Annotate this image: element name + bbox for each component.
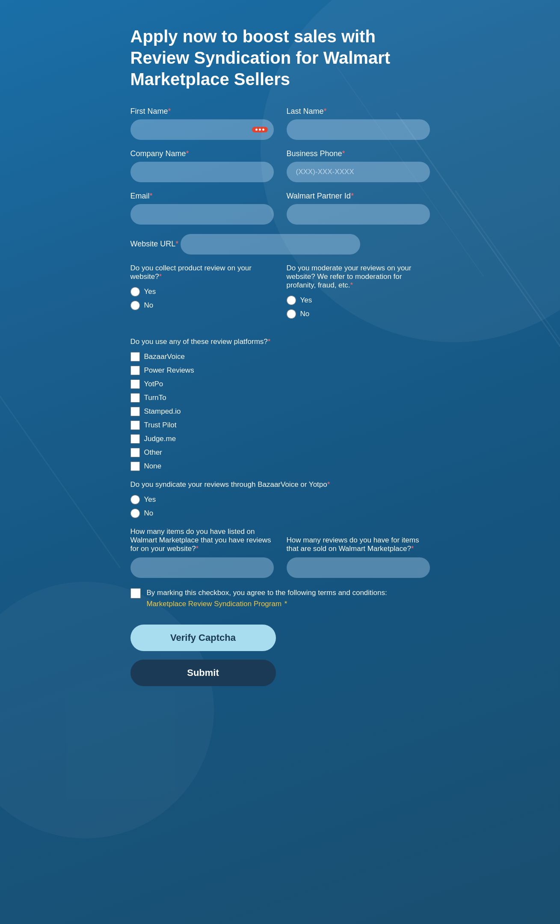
platform-other-option[interactable]: Other [130,448,430,457]
terms-section: By marking this checkbox, you agree to t… [130,587,430,609]
items-listed-input[interactable] [130,557,274,578]
collect-reviews-no-label: No [144,301,154,310]
company-name-input[interactable] [130,162,274,182]
collect-reviews-no-option[interactable]: No [130,301,274,310]
platform-bazaarvoice-label: BazaarVoice [144,352,185,361]
collect-reviews-yes-option[interactable]: Yes [130,287,274,296]
syndicate-no-label: No [144,509,154,518]
walmart-partner-id-label: Walmart Partner Id* [287,192,430,201]
moderate-reviews-no-label: No [300,310,310,318]
platform-stampedio-checkbox[interactable] [130,407,140,416]
terms-text: By marking this checkbox, you agree to t… [147,587,387,609]
platform-judgeme-label: Judge.me [144,435,176,443]
syndicate-no-option[interactable]: No [130,509,430,518]
moderate-reviews-radio-group: Yes No [287,296,430,319]
platform-bazaarvoice-option[interactable]: BazaarVoice [130,352,430,361]
collect-reviews-yes-label: Yes [144,287,156,296]
reviews-count-question: How many reviews do you have for items t… [287,536,430,553]
syndicate-question: Do you syndicate your reviews through Ba… [130,480,430,489]
last-name-label: Last Name* [287,107,430,116]
platform-none-checkbox[interactable] [130,462,140,471]
platform-turnto-option[interactable]: TurnTo [130,393,430,403]
platform-turnto-checkbox[interactable] [130,393,140,403]
moderate-reviews-question: Do you moderate your reviews on your web… [287,264,430,290]
collect-reviews-yes-radio[interactable] [130,287,140,296]
moderate-reviews-no-option[interactable]: No [287,309,430,319]
autofill-badge [252,127,268,133]
website-url-input[interactable] [181,234,360,255]
last-name-input[interactable] [287,119,430,140]
syndicate-yes-label: Yes [144,495,156,504]
platform-none-option[interactable]: None [130,462,430,471]
email-label: Email* [130,192,274,201]
platform-powerreviews-option[interactable]: Power Reviews [130,366,430,375]
terms-checkbox[interactable] [130,588,141,598]
platform-trustpilot-checkbox[interactable] [130,421,140,430]
syndicate-yes-option[interactable]: Yes [130,495,430,504]
reviews-count-input[interactable] [287,557,430,578]
company-name-label: Company Name* [130,149,274,158]
platform-turnto-label: TurnTo [144,394,166,402]
moderate-reviews-no-radio[interactable] [287,309,296,319]
syndicate-no-radio[interactable] [130,509,140,518]
walmart-partner-id-input[interactable] [287,204,430,225]
first-name-label: First Name* [130,107,274,116]
business-phone-input[interactable] [287,162,430,182]
platform-other-checkbox[interactable] [130,448,140,457]
platform-judgeme-checkbox[interactable] [130,434,140,444]
platform-trustpilot-option[interactable]: Trust Pilot [130,421,430,430]
page-title: Apply now to boost sales with Review Syn… [130,26,430,90]
verify-captcha-button[interactable]: Verify Captcha [130,625,276,651]
platform-powerreviews-label: Power Reviews [144,366,194,375]
platform-powerreviews-checkbox[interactable] [130,366,140,375]
platform-yotpo-checkbox[interactable] [130,379,140,389]
terms-required-star: * [284,600,287,608]
collect-reviews-question: Do you collect product review on your we… [130,264,274,281]
platform-judgeme-option[interactable]: Judge.me [130,434,430,444]
platform-yotpo-label: YotPo [144,380,163,388]
platform-trustpilot-label: Trust Pilot [144,421,177,429]
platform-stampedio-option[interactable]: Stamped.io [130,407,430,416]
moderate-reviews-yes-radio[interactable] [287,296,296,305]
platform-yotpo-option[interactable]: YotPo [130,379,430,389]
first-name-wrapper [130,119,274,140]
platform-bazaarvoice-checkbox[interactable] [130,352,140,361]
website-url-label: Website URL* [130,240,181,248]
email-input[interactable] [130,204,274,225]
moderate-reviews-yes-option[interactable]: Yes [287,296,430,305]
syndicate-yes-radio[interactable] [130,495,140,504]
collect-reviews-no-radio[interactable] [130,301,140,310]
platform-none-label: None [144,462,162,471]
review-platforms-question: Do you use any of these review platforms… [130,338,430,346]
moderate-reviews-yes-label: Yes [300,296,312,305]
platform-stampedio-label: Stamped.io [144,407,181,416]
business-phone-label: Business Phone* [287,149,430,158]
items-listed-question: How many items do you have listed on Wal… [130,527,274,553]
submit-button[interactable]: Submit [130,660,276,686]
review-platforms-checkbox-group: BazaarVoice Power Reviews YotPo TurnTo S… [130,352,430,471]
collect-reviews-radio-group: Yes No [130,287,274,310]
terms-link[interactable]: Marketplace Review Syndication Program [147,600,282,608]
syndicate-radio-group: Yes No [130,495,430,518]
platform-other-label: Other [144,448,163,457]
